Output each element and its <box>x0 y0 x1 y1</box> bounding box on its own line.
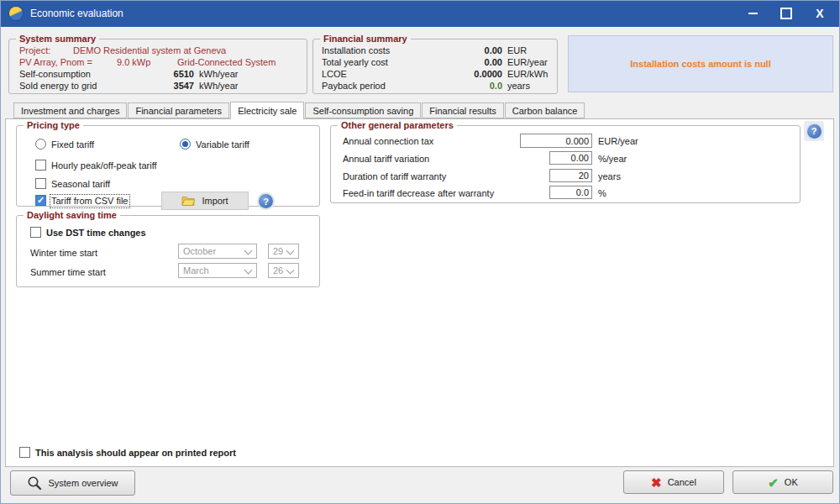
warning-message: Installation costs amount is null <box>630 59 770 69</box>
electricity-sale-page: Pricing type Fixed tariff Variable tarif… <box>5 118 834 467</box>
tab-self-consumption-saving[interactable]: Self-consumption saving <box>305 102 421 118</box>
annual-connection-tax-label: Annual connection tax <box>343 136 433 147</box>
payback-period-label: Payback period <box>322 81 386 92</box>
payback-period-value: 0.0 <box>431 81 502 91</box>
minimize-button[interactable] <box>736 0 769 27</box>
ok-label: OK <box>785 477 798 487</box>
close-button[interactable]: X <box>803 0 837 27</box>
sold-energy-value: 3547 <box>144 81 194 91</box>
hourly-tariff-label[interactable]: Hourly peak/off-peak tariff <box>51 160 157 171</box>
daylight-saving-groupbox: Daylight saving time Use DST time change… <box>16 215 320 287</box>
import-button[interactable]: Import <box>161 192 249 210</box>
window-controls: X <box>736 0 840 27</box>
feedin-decrease-label: Feed-in tariff decrease after warranty <box>343 188 494 199</box>
payback-period-unit: years <box>507 81 530 92</box>
system-overview-label: System overview <box>48 478 118 488</box>
pvsyst-logo-icon <box>9 7 23 20</box>
variable-tariff-radio[interactable] <box>180 139 191 150</box>
lcoe-value: 0.0000 <box>431 69 502 79</box>
tab-bar: Investment and charges Financial paramet… <box>13 102 585 118</box>
tab-investment-and-charges[interactable]: Investment and charges <box>13 102 127 118</box>
total-yearly-cost-unit: EUR/year <box>507 57 548 68</box>
cancel-button[interactable]: ✖ Cancel <box>623 470 724 494</box>
project-value: DEMO Residential system at Geneva <box>73 45 226 56</box>
sold-energy-label: Sold energy to grid <box>19 81 97 92</box>
title-bar: Economic evaluation X <box>0 0 840 27</box>
self-consumption-unit: kWh/year <box>199 69 238 80</box>
project-label: Project: <box>19 45 50 56</box>
daylight-saving-title: Daylight saving time <box>24 209 120 221</box>
maximize-button[interactable] <box>769 0 803 27</box>
summer-month-dropdown[interactable]: March <box>178 263 257 278</box>
tariff-warranty-duration-input[interactable] <box>549 169 592 182</box>
tariff-warranty-duration-unit: years <box>598 171 621 182</box>
installation-costs-label: Installation costs <box>322 45 390 56</box>
warning-panel: Installation costs amount is null <box>568 35 833 92</box>
winter-month-value: October <box>183 246 216 256</box>
system-type: Grid-Connected System <box>177 57 276 68</box>
variable-tariff-label[interactable]: Variable tariff <box>196 139 249 150</box>
financial-summary-groupbox: Financial summary Installation costs 0.0… <box>312 39 558 94</box>
chevron-down-icon <box>286 247 295 255</box>
self-consumption-value: 6510 <box>144 69 194 79</box>
annual-connection-tax-unit: EUR/year <box>598 136 638 147</box>
tab-carbon-balance[interactable]: Carbon balance <box>505 102 585 118</box>
feedin-decrease-unit: % <box>598 188 606 199</box>
csv-tariff-label[interactable]: Tariff from CSV file <box>51 196 129 207</box>
summer-day-dropdown[interactable]: 26 <box>268 263 299 278</box>
sold-energy-unit: kWh/year <box>199 81 238 92</box>
window-title: Economic evaluation <box>30 8 123 19</box>
financial-summary-title: Financial summary <box>320 33 411 45</box>
pricing-type-title: Pricing type <box>24 119 83 131</box>
print-report-checkbox[interactable] <box>19 447 30 458</box>
system-summary-groupbox: System summary Project: DEMO Residential… <box>8 39 307 94</box>
ok-check-icon: ✔ <box>768 476 779 489</box>
summer-day-value: 26 <box>273 265 283 276</box>
system-summary-title: System summary <box>16 33 99 45</box>
use-dst-label[interactable]: Use DST time changes <box>46 228 146 239</box>
fixed-tariff-label[interactable]: Fixed tariff <box>51 139 94 150</box>
pv-array-label: PV Array, Pnom = <box>19 57 92 68</box>
cancel-label: Cancel <box>668 477 696 487</box>
tab-electricity-sale[interactable]: Electricity sale <box>230 102 304 119</box>
self-consumption-label: Self-consumption <box>19 69 91 80</box>
total-yearly-cost-label: Total yearly cost <box>322 57 388 68</box>
hourly-tariff-checkbox[interactable] <box>35 160 46 171</box>
annual-connection-tax-input[interactable] <box>520 134 592 148</box>
use-dst-checkbox[interactable] <box>30 227 41 238</box>
tab-financial-parameters[interactable]: Financial parameters <box>128 102 229 118</box>
help-icon: ? <box>807 124 822 139</box>
feedin-decrease-input[interactable] <box>549 186 592 199</box>
seasonal-tariff-checkbox[interactable] <box>35 178 46 189</box>
summer-time-start-label: Summer time start <box>30 267 106 278</box>
winter-day-dropdown[interactable]: 29 <box>268 244 299 259</box>
summer-month-value: March <box>183 265 209 276</box>
seasonal-tariff-label[interactable]: Seasonal tariff <box>51 179 110 190</box>
ok-button[interactable]: ✔ OK <box>732 470 833 494</box>
cancel-x-icon: ✖ <box>651 476 662 489</box>
fixed-tariff-radio[interactable] <box>35 139 46 150</box>
winter-day-value: 29 <box>273 246 283 256</box>
system-overview-button[interactable]: System overview <box>10 470 135 496</box>
print-report-label[interactable]: This analysis should appear on printed r… <box>35 448 236 459</box>
tab-financial-results[interactable]: Financial results <box>422 102 503 118</box>
maximize-icon <box>780 8 792 19</box>
total-yearly-cost-value: 0.00 <box>431 57 502 67</box>
installation-costs-unit: EUR <box>507 45 527 56</box>
other-parameters-groupbox: Other general parameters Annual connecti… <box>330 125 801 203</box>
minimize-icon <box>748 13 758 14</box>
annual-tariff-variation-input[interactable] <box>549 151 592 165</box>
lcoe-label: LCOE <box>322 69 347 80</box>
pricing-help-icon[interactable]: ? <box>259 194 273 208</box>
folder-icon <box>181 196 195 206</box>
import-button-label: Import <box>202 196 228 206</box>
winter-month-dropdown[interactable]: October <box>178 244 257 259</box>
lcoe-unit: EUR/kWh <box>507 69 548 80</box>
winter-time-start-label: Winter time start <box>30 248 97 259</box>
page-help-button[interactable]: ? <box>804 121 824 141</box>
csv-tariff-checkbox[interactable] <box>35 195 46 206</box>
chevron-down-icon <box>244 266 253 275</box>
pv-array-value: 9.0 kWp <box>117 57 150 68</box>
tariff-warranty-duration-label: Duration of tariff warranty <box>343 171 446 182</box>
chevron-down-icon <box>244 247 253 255</box>
